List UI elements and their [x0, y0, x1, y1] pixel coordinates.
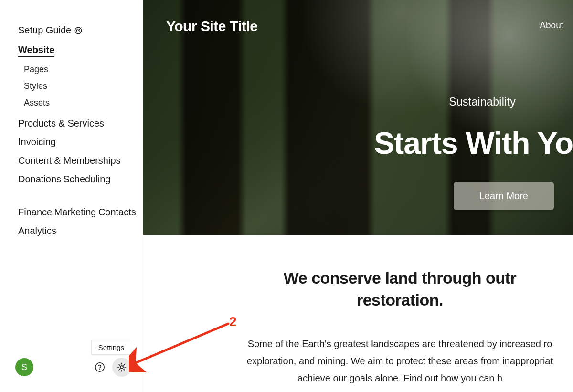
sidebar-item-label: Marketing — [54, 207, 96, 217]
sidebar-nav: Setup Guide Website Pages Styles Assets … — [0, 24, 143, 348]
sidebar: Setup Guide Website Pages Styles Assets … — [0, 0, 143, 392]
sidebar-item-label: Website — [18, 44, 54, 55]
sidebar-item-label: Invoicing — [18, 137, 56, 147]
sidebar-item-label: Analytics — [18, 225, 56, 236]
sidebar-group-secondary: Finance Marketing Contacts Analytics — [18, 203, 143, 240]
sidebar-item-products-services[interactable]: Products & Services — [18, 114, 104, 133]
sidebar-item-analytics[interactable]: Analytics — [18, 222, 56, 240]
sidebar-item-label: Styles — [24, 81, 47, 91]
site-title[interactable]: Your Site Title — [166, 18, 257, 34]
hero-content: Sustainability Starts With Yo Learn More — [374, 95, 573, 210]
hero-eyebrow: Sustainability — [374, 95, 573, 108]
hero-heading: Starts With Yo — [374, 126, 573, 161]
body-heading: We conserve land through outr restoratio… — [246, 267, 554, 311]
sidebar-item-finance[interactable]: Finance — [18, 203, 52, 222]
sidebar-item-label: Content & Memberships — [18, 155, 121, 166]
target-icon — [74, 26, 83, 35]
sidebar-item-setup-guide[interactable]: Setup Guide — [18, 24, 83, 41]
sidebar-item-styles[interactable]: Styles — [24, 78, 47, 95]
sidebar-item-label: Pages — [24, 64, 48, 74]
sidebar-item-label: Setup Guide — [18, 25, 71, 36]
avatar[interactable]: S — [15, 358, 33, 376]
body-text-line3: achieve our goals alone. Find out how yo… — [297, 373, 502, 383]
sidebar-item-label: Products & Services — [18, 118, 104, 128]
sidebar-item-scheduling[interactable]: Scheduling — [64, 170, 111, 189]
sidebar-item-label: Scheduling — [64, 174, 111, 184]
site-header: Your Site Title About — [143, 0, 573, 34]
nav-link-about[interactable]: About — [540, 18, 563, 31]
sidebar-item-label: Assets — [24, 98, 50, 107]
footer-icons: Settings — [90, 358, 131, 377]
body-text-line1: Some of the Earth's greatest landscapes … — [248, 339, 552, 349]
sidebar-item-invoicing[interactable]: Invoicing — [18, 133, 56, 151]
settings-button[interactable] — [112, 358, 131, 377]
sidebar-item-website[interactable]: Website — [18, 41, 54, 57]
sidebar-item-label: Finance — [18, 207, 52, 217]
sidebar-footer: S Settings — [0, 348, 143, 392]
body-heading-line1: We conserve land through outr — [284, 269, 516, 287]
sidebar-item-assets[interactable]: Assets — [24, 95, 50, 111]
body-text: Some of the Earth's greatest landscapes … — [246, 335, 554, 387]
tooltip-text: Settings — [98, 343, 124, 351]
sidebar-item-pages[interactable]: Pages — [24, 61, 48, 78]
site-preview: Your Site Title About Sustainability Sta… — [143, 0, 573, 392]
sidebar-item-label: Donations — [18, 174, 61, 184]
sidebar-item-donations[interactable]: Donations — [18, 170, 61, 189]
hero-section: Your Site Title About Sustainability Sta… — [143, 0, 573, 235]
body-text-line2: exploration, and mining. We aim to prote… — [247, 356, 553, 366]
sidebar-item-label: Contacts — [98, 207, 136, 217]
learn-more-button[interactable]: Learn More — [454, 182, 554, 210]
help-button[interactable] — [90, 358, 109, 377]
avatar-initial: S — [21, 362, 27, 372]
sidebar-item-content-memberships[interactable]: Content & Memberships — [18, 151, 121, 170]
body-section: We conserve land through outr restoratio… — [143, 235, 573, 387]
svg-point-3 — [99, 369, 100, 370]
sidebar-subnav-website: Pages Styles Assets — [18, 61, 143, 111]
sidebar-item-marketing[interactable]: Marketing — [54, 203, 96, 222]
body-heading-line2: restoration. — [357, 291, 443, 309]
svg-point-4 — [120, 366, 123, 369]
settings-tooltip: Settings — [91, 340, 131, 355]
gear-icon — [117, 362, 127, 372]
sidebar-item-contacts[interactable]: Contacts — [98, 203, 136, 222]
help-icon — [95, 362, 105, 372]
